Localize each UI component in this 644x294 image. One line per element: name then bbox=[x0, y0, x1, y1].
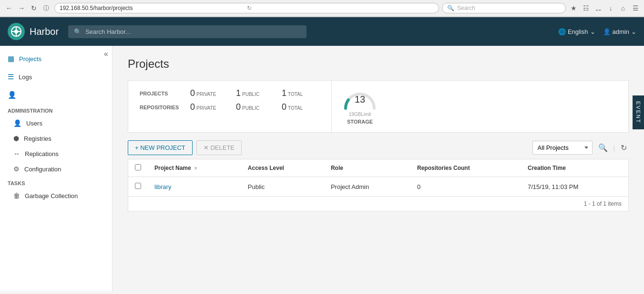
filter-section: All Projects My Projects Public Projects… bbox=[532, 141, 629, 155]
public-type: PUBLIC bbox=[242, 92, 259, 97]
projects-total-number: 1 bbox=[282, 88, 286, 98]
repositories-count-header: Repositories Count bbox=[410, 159, 521, 177]
star-icon[interactable]: ★ bbox=[569, 3, 578, 13]
configuration-icon: ⚙ bbox=[13, 165, 20, 173]
garbage-collection-icon: 🗑 bbox=[13, 192, 20, 200]
projects-icon: ▦ bbox=[8, 54, 14, 63]
row-checkbox-cell bbox=[128, 177, 148, 197]
sidebar-nav: ▦ Projects ☰ Logs 👤 Administration 👤 Use… bbox=[0, 46, 112, 207]
browser-toolbar-icons: ★ ☷ ⚋ ↓ ⌂ ☰ bbox=[569, 3, 640, 13]
main-area: « ▦ Projects ☰ Logs 👤 Administration 👤 bbox=[0, 46, 644, 291]
project-name-cell: library bbox=[148, 177, 241, 197]
reload-button[interactable]: ↻ bbox=[29, 3, 39, 13]
sidebar-item-replications[interactable]: ↔ Replications bbox=[0, 146, 112, 161]
sort-icon: ▿ bbox=[194, 166, 197, 171]
repos-public-number: 0 bbox=[236, 102, 241, 112]
sidebar-item-users[interactable]: 👤 Users bbox=[0, 116, 112, 131]
repos-private-number: 0 bbox=[190, 102, 195, 112]
sidebar-collapse-button[interactable]: « bbox=[104, 50, 108, 58]
storage-stats: 13 19GBLimit STORAGE bbox=[332, 81, 388, 132]
sidebar: « ▦ Projects ☰ Logs 👤 Administration 👤 bbox=[0, 46, 112, 291]
browser-chrome: ← → ↻ ⓘ 192.168.50.5/harbor/projects ↻ 🔍… bbox=[0, 0, 644, 17]
search-icon: 🔍 bbox=[74, 28, 82, 35]
event-tab[interactable]: EVENT bbox=[633, 95, 644, 129]
user-menu[interactable]: 👤 admin ⌄ bbox=[603, 28, 636, 35]
sidebar-item-logs[interactable]: ☰ Logs bbox=[0, 68, 112, 86]
project-name-link[interactable]: library bbox=[154, 183, 171, 190]
menu-icon[interactable]: ☰ bbox=[631, 3, 640, 13]
projects-stats: PROJECTS 0 PRIVATE 1 PUBLIC 1 TOTAL bbox=[128, 81, 332, 132]
projects-private-value: 0 PRIVATE bbox=[190, 88, 228, 98]
sidebar-item-label: Replications bbox=[25, 150, 59, 158]
browser-search-bar[interactable]: 🔍 Search bbox=[442, 3, 566, 13]
download-icon[interactable]: ↓ bbox=[606, 3, 615, 13]
administration-section: Administration bbox=[0, 104, 112, 116]
svg-point-1 bbox=[14, 30, 18, 33]
private-type: PRIVATE bbox=[196, 92, 216, 97]
sidebar-item-configuration[interactable]: ⚙ Configuration bbox=[0, 161, 112, 177]
role-header: Role bbox=[324, 159, 410, 177]
repos-label: REPOSITORIES bbox=[140, 105, 183, 110]
address-bar[interactable]: 192.168.50.5/harbor/projects ↻ bbox=[54, 3, 439, 13]
row-checkbox[interactable] bbox=[135, 183, 141, 189]
total-type2: TOTAL bbox=[288, 105, 303, 111]
language-selector[interactable]: 🌐 English ⌄ bbox=[558, 28, 595, 35]
sidebar-item-garbage-collection[interactable]: 🗑 Garbage Collection bbox=[0, 188, 112, 203]
sidebar-item-label: Projects bbox=[19, 55, 41, 63]
forward-button[interactable]: → bbox=[16, 3, 27, 13]
content: Projects PROJECTS 0 PRIVATE 1 PUBLIC bbox=[112, 46, 644, 291]
reader-icon[interactable]: ☷ bbox=[581, 3, 591, 13]
search-placeholder: Search Harbor... bbox=[85, 28, 131, 35]
app-wrapper: Harbor 🔍 Search Harbor... 🌐 English ⌄ 👤 … bbox=[0, 17, 644, 291]
sidebar-item-label: Registries bbox=[24, 135, 51, 142]
sidebar-item-label: Users bbox=[26, 120, 42, 127]
projects-row: PROJECTS 0 PRIVATE 1 PUBLIC 1 TOTAL bbox=[140, 88, 320, 98]
new-project-button[interactable]: + NEW PROJECT bbox=[128, 140, 193, 155]
project-name-header: Project Name ▿ bbox=[148, 159, 241, 177]
sidebar-item-registries[interactable]: ⬢ Registries bbox=[0, 131, 112, 146]
user-icon: 👤 bbox=[603, 28, 611, 35]
public-type2: PUBLIC bbox=[242, 105, 259, 111]
browser-toolbar: ← → ↻ ⓘ 192.168.50.5/harbor/projects ↻ 🔍… bbox=[0, 0, 644, 17]
divider: | bbox=[613, 144, 615, 151]
storage-sublabel: 19GBLimit bbox=[349, 112, 371, 117]
select-all-column bbox=[128, 159, 148, 177]
total-type: TOTAL bbox=[288, 92, 303, 97]
projects-public-number: 1 bbox=[236, 88, 241, 98]
brand[interactable]: Harbor bbox=[8, 23, 59, 40]
access-level-header: Access Level bbox=[241, 159, 324, 177]
repos-total-value: 0 TOTAL bbox=[282, 102, 320, 112]
search-icon: 🔍 bbox=[447, 5, 454, 11]
chevron-down-icon: ⌄ bbox=[590, 28, 595, 35]
sidebar-item-projects[interactable]: ▦ Projects bbox=[0, 50, 112, 68]
storage-gauge: 13 bbox=[343, 88, 377, 110]
info-button[interactable]: ⓘ bbox=[41, 3, 51, 13]
home-icon[interactable]: ⌂ bbox=[618, 3, 628, 13]
projects-public-value: 1 PUBLIC bbox=[236, 88, 274, 98]
user-group-icon: 👤 bbox=[8, 91, 17, 99]
refresh-button[interactable]: ↻ bbox=[619, 141, 629, 154]
delete-button[interactable]: ✕ DELETE bbox=[196, 140, 242, 155]
repos-total-number: 0 bbox=[282, 102, 286, 112]
search-button[interactable]: 🔍 bbox=[596, 141, 610, 154]
user-label: admin bbox=[613, 28, 629, 35]
projects-label: PROJECTS bbox=[140, 91, 183, 96]
chevron-down-icon: ⌄ bbox=[631, 28, 636, 35]
shield-icon[interactable]: ⚋ bbox=[593, 3, 603, 13]
delete-label: ✕ DELETE bbox=[204, 144, 235, 151]
back-button[interactable]: ← bbox=[4, 3, 14, 13]
top-nav: Harbor 🔍 Search Harbor... 🌐 English ⌄ 👤 … bbox=[0, 17, 644, 46]
language-label: English bbox=[568, 28, 588, 35]
role-cell: Project Admin bbox=[324, 177, 410, 197]
select-all-checkbox[interactable] bbox=[135, 164, 141, 170]
globe-icon: 🌐 bbox=[558, 28, 566, 35]
repositories-count-cell: 0 bbox=[410, 177, 521, 197]
pagination-info: 1 - 1 of 1 items bbox=[584, 200, 622, 207]
private-type2: PRIVATE bbox=[196, 105, 216, 111]
repos-row: REPOSITORIES 0 PRIVATE 0 PUBLIC 0 TOTAL bbox=[140, 102, 320, 112]
table-header: Project Name ▿ Access Level Role Reposit… bbox=[128, 159, 629, 177]
project-filter-select[interactable]: All Projects My Projects Public Projects bbox=[532, 141, 593, 155]
top-nav-search[interactable]: 🔍 Search Harbor... bbox=[68, 25, 307, 38]
brand-label: Harbor bbox=[30, 26, 59, 37]
top-nav-right: 🌐 English ⌄ 👤 admin ⌄ bbox=[558, 28, 636, 35]
